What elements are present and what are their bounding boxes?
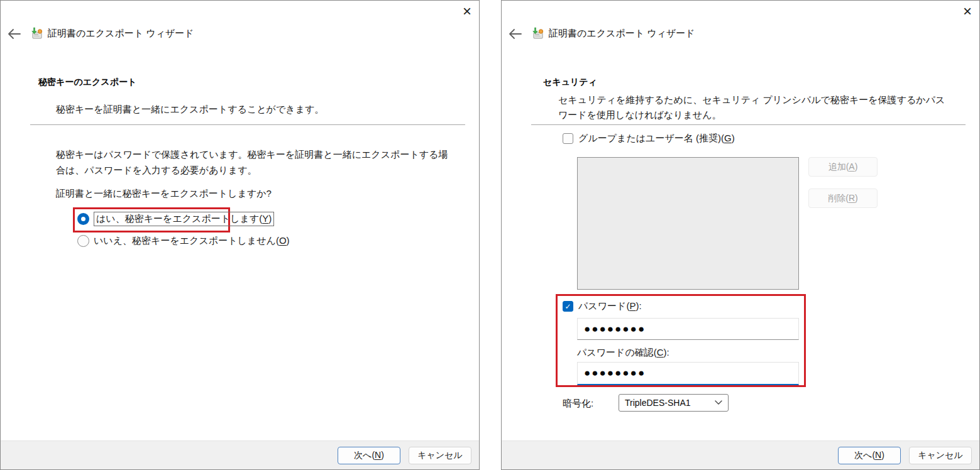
page-heading: セキュリティ [543,77,597,88]
export-question: 証明書と一緒に秘密キーをエクスポートしますか? [56,185,272,201]
confirm-password-label: パスワードの確認(C): [577,347,669,359]
divider [531,124,966,125]
next-button[interactable]: 次へ(N) [838,447,901,464]
encryption-selected-value: TripleDES-SHA1 [625,398,715,408]
certificate-export-wizard-dialog-security: × 証明書のエクスポート ウィザード セキュリティ セキュリティを維持するために… [501,0,980,470]
radio-selected-icon[interactable] [77,213,89,225]
password-checkbox-label[interactable]: パスワード(P): [578,300,642,312]
checkbox-unchecked-icon[interactable] [563,133,573,144]
wizard-title: 証明書のエクスポート ウィザード [48,28,194,40]
back-arrow-icon[interactable] [508,28,522,40]
delete-button[interactable]: 削除(R) [808,189,878,208]
chevron-down-icon [715,400,722,405]
encryption-dropdown[interactable]: TripleDES-SHA1 [619,394,729,412]
radio-unselected-icon[interactable] [77,235,89,247]
close-icon[interactable]: × [463,2,471,21]
security-description: セキュリティを維持するために、セキュリティ プリンシパルで秘密キーを保護するかパ… [558,92,947,123]
certificate-export-icon [531,27,544,40]
wizard-header: 証明書のエクスポート ウィザード [508,27,695,40]
group-user-checkbox-row[interactable]: グループまたはユーザー名 (推奨)(G) [563,133,735,145]
wizard-title: 証明書のエクスポート ウィザード [549,28,695,40]
dialog-footer: 次へ(N) キャンセル [1,440,479,469]
cancel-button[interactable]: キャンセル [909,447,972,464]
next-button[interactable]: 次へ(N) [338,447,400,464]
encryption-label: 暗号化: [563,398,593,410]
radio-yes-label[interactable]: はい、秘密キーをエクスポートします(Y) [94,212,274,226]
dialog-footer: 次へ(N) キャンセル [502,440,979,469]
divider [30,124,465,125]
cancel-button[interactable]: キャンセル [409,447,471,464]
radio-no-label[interactable]: いいえ、秘密キーをエクスポートしません(O) [94,235,290,247]
principal-list-box[interactable] [577,157,799,290]
confirm-password-input[interactable] [577,362,799,385]
certificate-export-icon [30,27,43,40]
password-input[interactable] [577,318,799,340]
page-intro: 秘密キーを証明書と一緒にエクスポートすることができます。 [56,101,324,117]
private-key-paragraph: 秘密キーはパスワードで保護されています。秘密キーを証明書と一緒にエクスポートする… [56,146,451,178]
password-checkbox-row[interactable]: ✓ パスワード(P): [563,300,642,312]
group-user-checkbox-label[interactable]: グループまたはユーザー名 (推奨)(G) [578,133,735,145]
screenshot-canvas: × 証明書のエクスポート ウィザード 秘密キーのエクスポート 秘密キーを証明書と… [0,0,980,470]
checkbox-checked-icon[interactable]: ✓ [563,301,573,312]
close-icon[interactable]: × [963,2,972,21]
add-button[interactable]: 追加(A) [808,157,878,177]
wizard-header: 証明書のエクスポート ウィザード [7,27,194,40]
back-arrow-icon[interactable] [7,28,21,40]
radio-option-export-yes[interactable]: はい、秘密キーをエクスポートします(Y) [77,212,274,226]
page-heading: 秘密キーのエクスポート [38,77,136,88]
radio-option-export-no[interactable]: いいえ、秘密キーをエクスポートしません(O) [77,235,290,247]
certificate-export-wizard-dialog-private-key: × 証明書のエクスポート ウィザード 秘密キーのエクスポート 秘密キーを証明書と… [0,0,480,470]
